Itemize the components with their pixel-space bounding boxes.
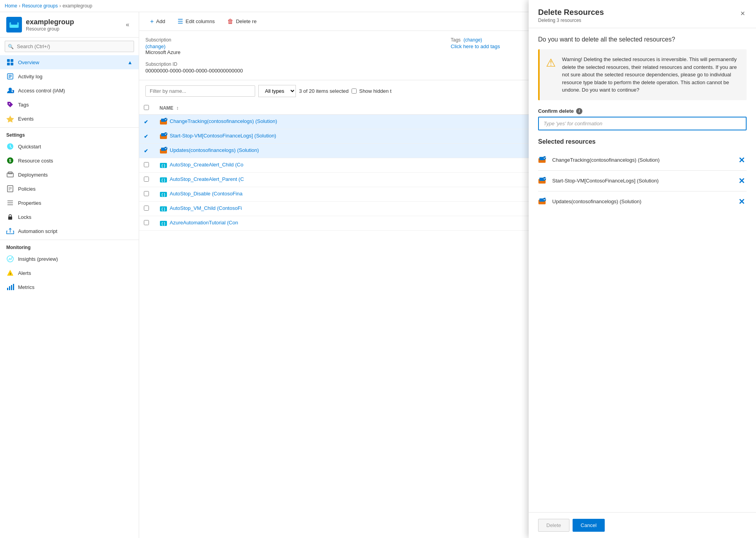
row-checkbox-checked[interactable]: ✔ [144, 134, 148, 139]
svg-text:👤: 👤 [12, 90, 14, 93]
delete-question: Do you want to delete all the selected r… [538, 36, 747, 43]
type-filter-dropdown[interactable]: All types [258, 85, 296, 97]
svg-rect-4 [11, 59, 13, 62]
remove-resource-button[interactable]: ✕ [737, 195, 747, 208]
sidebar-item-automation-script[interactable]: Automation script [0, 224, 139, 238]
row-checkbox[interactable] [144, 177, 149, 182]
row-checkbox[interactable] [144, 206, 149, 211]
search-input[interactable] [5, 41, 134, 52]
subscription-label: Subscription [145, 37, 444, 43]
resource-link[interactable]: AutoStop_CreateAlert_Child (Co [170, 162, 243, 168]
sidebar-nav: Overview ▲ Activity log 👤 Access control… [0, 55, 139, 538]
filter-input[interactable] [145, 85, 255, 97]
selected-resources-title: Selected resources [538, 138, 747, 145]
row-checkbox[interactable] [144, 162, 149, 167]
subscription-id-label: Subscription ID [145, 61, 444, 67]
sidebar-item-deployments[interactable]: Deployments [0, 168, 139, 182]
sidebar-item-policies-label: Policies [18, 186, 36, 192]
resource-link[interactable]: AzureAutomationTutorial (Con [170, 220, 238, 226]
alerts-icon: ! [6, 269, 14, 277]
confirm-section: Confirm delete i [538, 108, 747, 130]
add-button[interactable]: + Add [145, 16, 170, 27]
sidebar-item-policies[interactable]: Policies [0, 182, 139, 196]
edit-columns-button[interactable]: ☰ Edit columns [173, 15, 219, 27]
show-hidden-toggle[interactable]: Show hidden t [352, 88, 391, 94]
sidebar-item-properties[interactable]: Properties [0, 196, 139, 210]
modal-footer: Delete Cancel [529, 512, 756, 538]
modal-subtitle: Deleting 3 resources [538, 18, 604, 23]
breadcrumb-home[interactable]: Home [5, 3, 17, 9]
remove-resource-button[interactable]: ✕ [737, 175, 747, 187]
resource-link[interactable]: AutoStop_CreateAlert_Parent (C [170, 176, 244, 182]
sidebar-item-tags[interactable]: Tags [0, 97, 139, 112]
sidebar-item-deployments-label: Deployments [18, 172, 48, 178]
select-all-header[interactable] [139, 102, 155, 115]
select-all-checkbox[interactable] [144, 105, 149, 110]
svg-rect-30 [7, 288, 8, 290]
sidebar-item-locks-label: Locks [18, 214, 31, 220]
show-hidden-checkbox[interactable] [352, 88, 357, 94]
row-checkbox-checked[interactable]: ✔ [144, 119, 148, 125]
sidebar-item-overview-label: Overview [18, 60, 39, 65]
sidebar-item-overview[interactable]: Overview ▲ [0, 55, 139, 69]
confirm-label: Confirm delete i [538, 108, 747, 114]
warning-box: ⚠ Warning! Deleting the selected resourc… [538, 49, 747, 100]
svg-text:{ }: { } [161, 222, 165, 226]
svg-rect-32 [11, 285, 12, 290]
sidebar-item-quickstart[interactable]: Quickstart [0, 139, 139, 153]
resource-link[interactable]: Start-Stop-VM[ContosoFinanceLogs] (Solut… [170, 133, 276, 139]
resource-type-icon: { } [160, 219, 167, 227]
sidebar-item-resource-costs[interactable]: $ Resource costs [0, 153, 139, 168]
tags-change-link[interactable]: (change) [464, 37, 482, 43]
modal-cancel-button[interactable]: Cancel [573, 519, 605, 532]
row-checkbox-checked[interactable]: ✔ [144, 148, 148, 154]
confirm-delete-input[interactable] [538, 117, 747, 130]
collapse-sidebar-button[interactable]: « [123, 20, 132, 30]
row-checkbox[interactable] [144, 220, 149, 225]
sidebar-item-access-control[interactable]: 👤 Access control (IAM) [0, 83, 139, 97]
access-control-icon: 👤 [6, 87, 14, 94]
resource-type-icon [160, 118, 167, 126]
modal-close-button[interactable]: × [739, 8, 747, 19]
selected-resource-name: Updates(contosofinancelogs) (Solution) [552, 199, 733, 204]
modal-delete-button[interactable]: Delete [538, 519, 569, 532]
selected-resource-icon [538, 198, 546, 206]
resource-link[interactable]: ChangeTracking(contosofinancelogs) (Solu… [170, 118, 277, 124]
svg-rect-27 [8, 217, 12, 220]
remove-resource-button[interactable]: ✕ [737, 154, 747, 166]
resource-link[interactable]: Updates(contosofinancelogs) (Solution) [170, 147, 259, 153]
sidebar-item-activity-log[interactable]: Activity log [0, 69, 139, 83]
tags-add-link[interactable]: Click here to add tags [451, 43, 500, 49]
sidebar-item-events[interactable]: Events [0, 112, 139, 126]
svg-point-14 [9, 103, 10, 105]
overview-expand-icon: ▲ [127, 60, 132, 65]
delete-button[interactable]: 🗑 Delete re [223, 16, 261, 27]
sidebar-search-container: 🔍 [0, 38, 139, 55]
svg-text:!: ! [10, 272, 11, 276]
resource-type-icon [160, 147, 167, 155]
svg-rect-3 [7, 59, 10, 62]
resource-type-icon: { } [160, 190, 167, 198]
breadcrumb-resource-groups[interactable]: Resource groups [22, 3, 58, 9]
delete-resources-modal: Delete Resources Deleting 3 resources × … [529, 0, 756, 538]
events-icon [6, 115, 14, 123]
sidebar-item-alerts-label: Alerts [18, 270, 31, 276]
sidebar-title: examplegroup [26, 18, 74, 26]
sidebar-item-insights[interactable]: Insights (preview) [0, 252, 139, 266]
modal-body: Do you want to delete all the selected r… [529, 28, 756, 512]
edit-columns-label: Edit columns [185, 18, 214, 24]
sidebar-item-metrics[interactable]: Metrics [0, 280, 139, 294]
breadcrumb-current: examplegroup [62, 3, 92, 9]
resource-link[interactable]: AutoStop_VM_Child (ContosoFi [170, 205, 242, 211]
resource-type-icon [160, 132, 167, 140]
sidebar-subtitle: Resource group [26, 26, 74, 32]
selected-resource-icon [538, 156, 546, 164]
sort-icon[interactable]: ↕ [176, 105, 179, 111]
row-checkbox[interactable] [144, 191, 149, 196]
svg-rect-2 [10, 25, 18, 28]
subscription-change-link[interactable]: (change) [145, 43, 165, 49]
sidebar-item-alerts[interactable]: ! Alerts [0, 266, 139, 280]
sidebar-item-locks[interactable]: Locks [0, 210, 139, 224]
resource-link[interactable]: AutoStop_Disable (ContosoFina [170, 191, 243, 197]
subscription-value[interactable]: Microsoft Azure [145, 49, 181, 55]
